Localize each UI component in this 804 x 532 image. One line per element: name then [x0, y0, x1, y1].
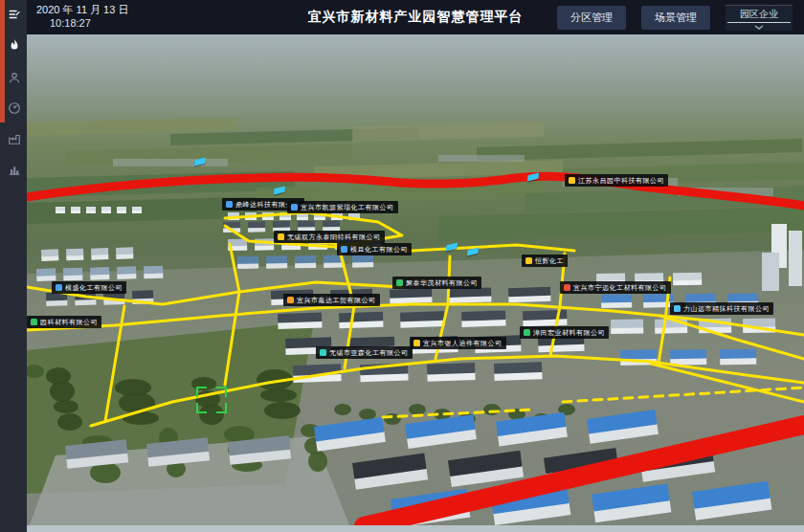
company-name: 聚泰华茂材料有限公司 [406, 277, 478, 289]
company-label[interactable]: 恒辉化工 [522, 255, 568, 267]
company-label[interactable]: 无锡双方永泰阳特科有限公司 [274, 231, 385, 243]
company-name: 力山远市精抹科技有限公司 [683, 302, 770, 315]
page-title: 宜兴市新材料产业园智慧管理平台 [308, 9, 524, 26]
date-text: 2020 年 11 月 13 日 [36, 4, 128, 17]
company-marker-icon [287, 297, 294, 303]
company-label[interactable]: 聚泰华茂材料有限公司 [392, 277, 481, 289]
company-label[interactable]: 漳田宏业材料有限公司 [520, 326, 609, 339]
company-name: 江苏永昌园中科技有限公司 [578, 174, 664, 187]
accent-strip [0, 0, 5, 122]
company-label[interactable]: 宜兴市鑫达工贸有限公司 [283, 294, 380, 306]
company-marker-icon [291, 204, 298, 211]
company-marker-icon [320, 349, 326, 356]
company-name: 横盛化工有限公司 [65, 281, 123, 294]
gauge-icon[interactable] [7, 100, 22, 116]
zone-management-button[interactable]: 分区管理 [557, 6, 626, 30]
company-marker-icon [569, 177, 575, 184]
smart-park-platform-window: 2020 年 11 月 13 日 10:18:27 宜兴市新材料产业园智慧管理平… [0, 0, 804, 532]
company-label[interactable]: 无锡市亚森化工有限公司 [316, 346, 413, 359]
company-label[interactable]: 宜兴市银人迪件有限公司 [410, 337, 506, 349]
company-name: 园科材料有限公司 [40, 316, 98, 328]
company-marker-icon [525, 257, 532, 264]
time-text: 10:18:27 [50, 17, 128, 31]
user-icon[interactable] [7, 70, 22, 85]
vehicle-marker-icon[interactable] [446, 242, 458, 251]
company-label[interactable]: 宜兴市宁远化工材料有限公司 [560, 281, 671, 294]
vehicle-marker-icon[interactable] [527, 172, 539, 181]
company-label[interactable]: 园科材料有限公司 [27, 316, 101, 328]
company-marker-icon [226, 201, 233, 208]
company-marker-icon [674, 305, 681, 312]
company-name: 宜兴市银人迪件有限公司 [423, 337, 502, 349]
company-name: 横旦化工有限公司 [350, 243, 408, 255]
factory-icon[interactable] [7, 131, 22, 146]
map-overlays: 鼎峰达科技有限公司宜兴市凯源紫瑞化工有限公司无锡双方永泰阳特科有限公司横旦化工有… [27, 34, 804, 532]
bar-chart-icon[interactable] [7, 162, 22, 177]
company-name: 无锡市亚森化工有限公司 [329, 346, 409, 359]
company-name: 漳田宏业材料有限公司 [533, 326, 605, 339]
top-bar: 2020 年 11 月 13 日 10:18:27 宜兴市新材料产业园智慧管理平… [27, 0, 804, 34]
vehicle-marker-icon[interactable] [467, 247, 479, 255]
chevron-down-icon [726, 23, 793, 31]
company-name: 无锡双方永泰阳特科有限公司 [287, 231, 381, 243]
company-label[interactable]: 横盛化工有限公司 [52, 281, 126, 294]
top-actions: 分区管理 场景管理 园区企业 [557, 0, 793, 34]
vehicle-marker-icon[interactable] [274, 186, 285, 194]
menu-icon[interactable] [7, 7, 22, 22]
company-marker-icon [341, 246, 347, 253]
scene-management-button[interactable]: 场景管理 [641, 6, 710, 30]
company-label[interactable]: 宜兴市凯源紫瑞化工有限公司 [287, 201, 398, 213]
company-name: 恒辉化工 [535, 255, 564, 267]
company-marker-icon [524, 329, 530, 336]
company-label[interactable]: 力山远市精抹科技有限公司 [670, 302, 773, 315]
dropdown-label: 园区企业 [726, 6, 793, 22]
left-toolbar [0, 0, 27, 532]
company-label[interactable]: 江苏永昌园中科技有限公司 [565, 174, 668, 187]
company-marker-icon [31, 319, 37, 325]
map-3d-viewport[interactable]: 鼎峰达科技有限公司宜兴市凯源紫瑞化工有限公司无锡双方永泰阳特科有限公司横旦化工有… [27, 34, 804, 532]
company-marker-icon [396, 279, 403, 286]
company-name: 宜兴市宁远化工材料有限公司 [573, 281, 667, 294]
vehicle-marker-icon[interactable] [194, 157, 206, 166]
company-name: 宜兴市鑫达工贸有限公司 [297, 294, 376, 306]
datetime-display: 2020 年 11 月 13 日 10:18:27 [36, 4, 128, 31]
company-label[interactable]: 横旦化工有限公司 [337, 243, 412, 255]
company-marker-icon [56, 284, 62, 291]
company-marker-icon [564, 284, 570, 291]
fire-icon[interactable] [7, 37, 22, 53]
company-name: 宜兴市凯源紫瑞化工有限公司 [301, 201, 394, 213]
company-marker-icon [413, 340, 420, 346]
company-marker-icon [278, 233, 284, 240]
selection-brackets-icon[interactable] [196, 387, 227, 413]
park-enterprise-dropdown[interactable]: 园区企业 [726, 5, 793, 31]
